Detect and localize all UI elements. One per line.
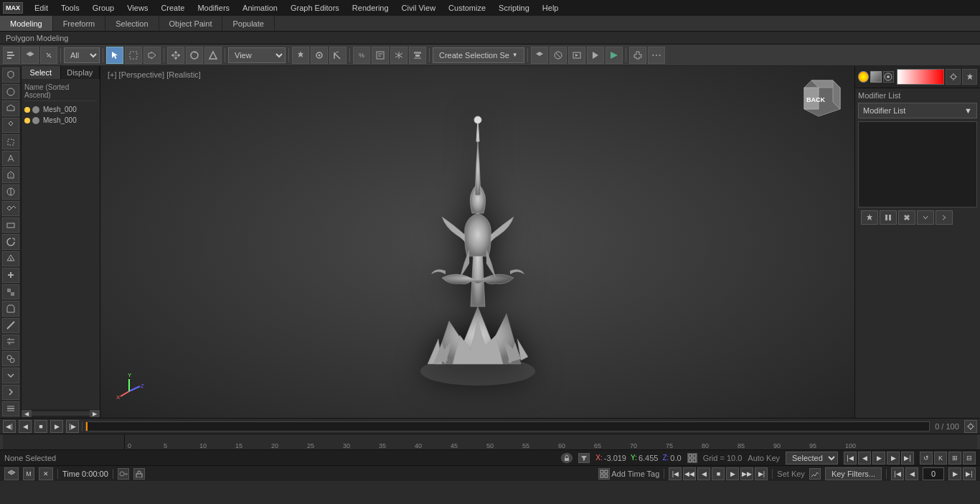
sidebar-btn-12[interactable]	[2, 251, 19, 266]
select-region-btn[interactable]	[125, 47, 142, 64]
viewport[interactable]: [+] [Perspective] [Realistic]	[100, 66, 854, 418]
sidebar-btn-16[interactable]	[2, 318, 19, 333]
status-prev-frame-btn[interactable]: ◀	[858, 452, 871, 465]
status-viewport-btn[interactable]: ⊟	[963, 452, 976, 465]
menu-views[interactable]: Views	[121, 2, 154, 14]
sidebar-btn-14[interactable]	[2, 284, 19, 299]
mod-remove-btn[interactable]	[898, 210, 915, 225]
menu-animation[interactable]: Animation	[237, 2, 283, 14]
tab-selection[interactable]: Selection	[105, 16, 159, 31]
lock-icon[interactable]	[561, 453, 573, 463]
status-play-btn[interactable]: ▶	[872, 452, 885, 465]
sidebar-btn-9[interactable]	[2, 201, 19, 216]
snap-toggle-btn[interactable]	[311, 47, 328, 64]
status-prev-key-btn[interactable]: |◀	[844, 452, 857, 465]
scroll-left-arrow[interactable]: ◀	[22, 410, 32, 417]
scene-tab-display[interactable]: Display	[61, 66, 100, 79]
list-item-2[interactable]: Mesh_000	[24, 115, 97, 126]
menu-help[interactable]: Help	[537, 2, 565, 14]
menu-tools[interactable]: Tools	[55, 2, 85, 14]
menu-rendering[interactable]: Rendering	[347, 2, 395, 14]
status-loop-btn[interactable]: ↺	[920, 452, 933, 465]
sidebar-btn-1[interactable]	[2, 67, 19, 83]
toolbar-layer-btn[interactable]	[22, 47, 39, 64]
frame-nav-end[interactable]: ▶|	[963, 467, 976, 480]
align-btn[interactable]	[409, 47, 426, 64]
select-move-btn[interactable]	[167, 47, 184, 64]
tab-object-paint[interactable]: Object Paint	[159, 16, 223, 31]
timeline-ruler[interactable]: 0 5 10 15 20 25 30 35 40 45 50 55 60 65 …	[0, 434, 980, 449]
frame-nav-prev[interactable]: ◀	[905, 467, 918, 480]
rotate-btn[interactable]	[186, 47, 203, 64]
sidebar-btn-3[interactable]	[2, 101, 19, 116]
tl-key-left-btn[interactable]: ◀|	[3, 420, 16, 433]
sidebar-btn-13[interactable]	[2, 268, 19, 283]
bb-close-icon[interactable]: ✕	[39, 467, 53, 480]
sidebar-btn-5[interactable]	[2, 134, 19, 149]
menu-scripting[interactable]: Scripting	[493, 2, 535, 14]
bb-nav-play[interactable]: ▶	[726, 467, 739, 480]
scale-btn[interactable]	[204, 47, 222, 64]
sidebar-btn-21[interactable]	[2, 401, 19, 416]
view-dropdown[interactable]: View	[228, 47, 286, 63]
mod-down-btn[interactable]	[917, 210, 934, 225]
render-btn[interactable]	[587, 47, 604, 64]
tl-play-rev-btn[interactable]: ◀	[19, 420, 32, 433]
env-btn[interactable]	[883, 71, 894, 83]
frame-nav-start[interactable]: |◀	[891, 467, 904, 480]
filter-dropdown[interactable]: All	[64, 47, 100, 63]
window-crossing-btn[interactable]	[143, 47, 161, 64]
tl-stop-btn[interactable]: ■	[34, 420, 47, 433]
timeline-track[interactable]	[85, 421, 930, 431]
ruler-marks[interactable]: 0 5 10 15 20 25 30 35 40 45 50 55 60 65 …	[125, 434, 977, 449]
tab-freeform[interactable]: Freeform	[53, 16, 106, 31]
key-filters-button[interactable]: Key Filters...	[825, 467, 882, 480]
sidebar-btn-8[interactable]	[2, 185, 19, 200]
status-snap-anim-btn[interactable]: ⊞	[948, 452, 961, 465]
menu-customize[interactable]: Customize	[443, 2, 491, 14]
nav-cube[interactable]: BACK	[797, 73, 847, 123]
menu-graph-editors[interactable]: Graph Editors	[285, 2, 345, 14]
utilities-btn[interactable]	[629, 47, 646, 64]
angle-snap-btn[interactable]	[329, 47, 347, 64]
tab-populate[interactable]: Populate	[222, 16, 274, 31]
sidebar-btn-10[interactable]	[2, 218, 19, 233]
menu-edit[interactable]: Edit	[29, 2, 54, 14]
toolbar-link-btn[interactable]	[40, 47, 57, 64]
modifier-dropdown[interactable]: Modifier List ▼	[858, 103, 977, 118]
bb-nav-next[interactable]: ▶▶	[740, 467, 753, 480]
app-logo[interactable]: MAX	[3, 2, 23, 14]
scroll-right-arrow[interactable]: ▶	[90, 410, 100, 417]
status-next-key-btn[interactable]: ▶|	[901, 452, 914, 465]
pin-stack-btn[interactable]	[292, 47, 309, 64]
scene-tab-select[interactable]: Select	[22, 66, 61, 79]
frame-nav-next[interactable]: ▶	[948, 467, 961, 480]
layers-btn[interactable]	[531, 47, 548, 64]
bb-nav-start[interactable]: |◀	[669, 467, 682, 480]
status-next-frame-btn[interactable]: ▶	[887, 452, 900, 465]
mod-right-btn[interactable]	[936, 210, 953, 225]
bb-nav-prev[interactable]: ◀◀	[683, 467, 696, 480]
bb-nav-stop[interactable]: ■	[712, 467, 725, 480]
frame-input[interactable]: 0	[923, 467, 944, 480]
lock-key-icon[interactable]	[133, 468, 145, 480]
menu-group[interactable]: Group	[87, 2, 121, 14]
menu-modifiers[interactable]: Modifiers	[192, 2, 235, 14]
color-swatch[interactable]	[897, 69, 944, 85]
viewport-icon[interactable]	[687, 453, 697, 463]
more-btn[interactable]: ⋯	[648, 47, 665, 64]
mirror-btn[interactable]	[390, 47, 407, 64]
sidebar-btn-17[interactable]	[2, 335, 19, 350]
rp-pin-btn[interactable]	[962, 69, 977, 85]
sidebar-btn-20[interactable]	[2, 385, 19, 400]
sidebar-btn-4[interactable]	[2, 118, 19, 133]
sidebar-btn-2[interactable]	[2, 84, 19, 99]
filter-icon[interactable]	[578, 453, 590, 463]
bb-scene-icon[interactable]	[4, 467, 19, 480]
quick-render-btn[interactable]	[606, 47, 623, 64]
bb-nav-play-rev[interactable]: ◀	[697, 467, 710, 480]
sidebar-btn-6[interactable]	[2, 151, 19, 166]
sidebar-btn-18[interactable]	[2, 351, 19, 366]
status-key-mode-btn[interactable]: K	[934, 452, 947, 465]
bb-mini-icon[interactable]: M	[23, 467, 34, 480]
